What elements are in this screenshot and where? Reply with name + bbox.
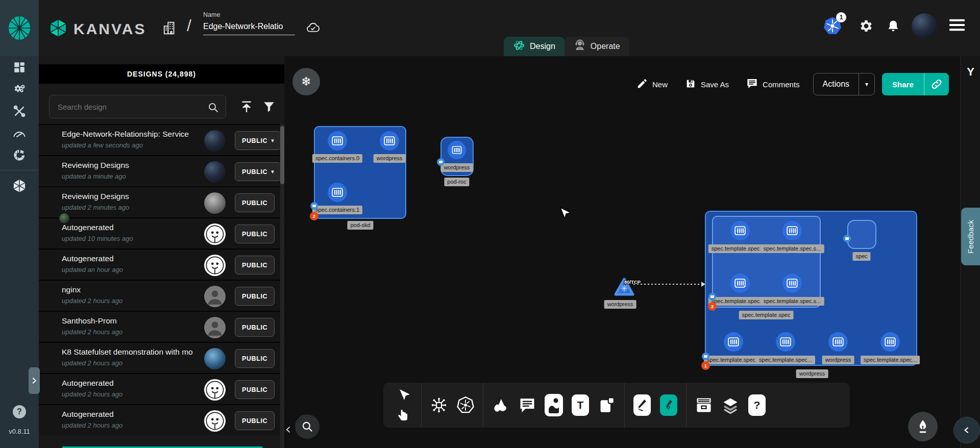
collapse-right-panel-button[interactable] <box>953 417 980 443</box>
design-list-item[interactable]: Autogenerated updated 10 minutes ago PUB… <box>39 217 280 248</box>
container-node[interactable] <box>782 273 802 293</box>
container-node[interactable] <box>776 332 795 352</box>
comments-button[interactable]: Comments <box>746 78 800 91</box>
meshery-logo[interactable] <box>0 0 39 56</box>
notifications-bell-icon[interactable] <box>886 19 900 33</box>
visibility-badge[interactable]: PUBLIC <box>235 287 275 306</box>
visibility-dropdown[interactable]: PUBLIC▾ <box>235 162 280 181</box>
container-node[interactable] <box>724 332 743 352</box>
kanvas-brand[interactable]: KANVAS <box>49 18 146 40</box>
container-node[interactable] <box>380 131 399 151</box>
design-list-item[interactable]: Autogenerated updated an hour ago PUBLIC <box>39 248 280 280</box>
sidebar-item-extensions[interactable] <box>0 144 39 166</box>
container-node[interactable] <box>328 131 347 151</box>
kubernetes-components-tool[interactable] <box>452 389 479 421</box>
sidebar-item-lifecycle[interactable] <box>0 78 39 100</box>
design-canvas[interactable]: ❄ New Save As Comments <box>284 56 960 448</box>
freeze-layout-button[interactable]: ❄ <box>292 68 320 95</box>
draw-freehand-tool-active[interactable] <box>655 389 682 421</box>
sidebar-item-configuration[interactable] <box>0 100 39 122</box>
media-tool[interactable] <box>541 389 567 421</box>
issue-count-badge[interactable]: 1 <box>701 361 710 370</box>
issue-count-badge[interactable]: 3 <box>708 302 717 311</box>
visibility-badge[interactable]: PUBLIC <box>235 349 275 368</box>
sidebar-item-dashboard[interactable] <box>0 56 39 78</box>
comment-tool[interactable] <box>514 389 541 421</box>
sidebar-item-kanvas[interactable] <box>0 175 39 196</box>
text-tool[interactable]: T <box>567 389 594 421</box>
tab-design[interactable]: Design <box>504 37 565 56</box>
pod-kind-badge[interactable] <box>843 235 851 242</box>
saved-palettes-tool[interactable] <box>691 389 717 421</box>
filter-funnel-icon[interactable] <box>262 100 276 115</box>
visibility-badge[interactable]: PUBLIC <box>235 318 275 337</box>
help-button[interactable]: ? <box>13 405 26 418</box>
pod-kind-badge[interactable] <box>702 353 709 360</box>
zoom-search-button[interactable] <box>295 414 320 439</box>
container-node[interactable] <box>730 221 750 240</box>
design-list-item[interactable]: Autogenerated updated 2 hours ago PUBLIC <box>39 404 280 435</box>
user-avatar[interactable] <box>912 13 937 39</box>
designs-search-row <box>39 92 284 118</box>
visibility-badge[interactable]: PUBLIC <box>235 411 275 430</box>
layers-tool[interactable] <box>717 389 744 421</box>
whiteboard-pen-button[interactable] <box>908 412 938 441</box>
visibility-badge[interactable]: PUBLIC <box>235 380 275 399</box>
settings-gear-icon[interactable] <box>859 18 874 34</box>
design-list-item[interactable]: Autogenerated updated 2 hours ago PUBLIC <box>39 373 280 404</box>
design-list-item[interactable]: Edge-Network-Relationship: Service updat… <box>39 124 280 155</box>
pod-kind-badge[interactable] <box>310 202 318 210</box>
design-list-item[interactable]: Reviewing Designs updated 2 minutes ago … <box>39 186 280 217</box>
design-tab-label: Design <box>530 42 555 51</box>
container-node[interactable] <box>782 221 802 240</box>
save-as-button[interactable]: Save As <box>685 78 729 91</box>
design-list-item[interactable]: K8 Statefulset demonstration with mo upd… <box>39 342 280 373</box>
edge-service-to-deployment[interactable] <box>633 284 702 285</box>
menu-hamburger-icon[interactable] <box>949 18 965 34</box>
container-node[interactable] <box>828 332 848 352</box>
flows-branch-icon[interactable]: Y <box>961 65 980 79</box>
design-search-input[interactable] <box>50 95 226 118</box>
design-list-item[interactable]: Santhosh-Prom updated 2 hours ago PUBLIC <box>39 311 280 342</box>
visibility-dropdown[interactable]: PUBLIC▾ <box>235 131 280 150</box>
copy-link-icon[interactable] <box>924 73 949 95</box>
node-group-spec-template[interactable] <box>712 216 821 308</box>
sidebar-item-performance[interactable] <box>0 122 39 144</box>
container-node[interactable] <box>880 332 900 352</box>
pan-hand-tool[interactable] <box>395 406 412 424</box>
panel-collapse-chevron[interactable] <box>284 425 292 437</box>
new-design-button[interactable]: New <box>636 78 668 91</box>
container-node[interactable] <box>448 141 466 159</box>
visibility-badge[interactable]: PUBLIC <box>235 225 275 243</box>
meshery-components-tool[interactable] <box>426 389 452 421</box>
note-tool[interactable] <box>594 389 620 421</box>
design-name-input[interactable] <box>203 20 295 35</box>
organization-icon[interactable] <box>162 20 178 38</box>
pod-kind-badge[interactable] <box>708 293 716 301</box>
feedback-tab[interactable]: Feedback <box>961 208 980 265</box>
actions-caret-icon[interactable]: ▾ <box>859 73 874 95</box>
import-design-icon[interactable] <box>240 100 253 115</box>
annotate-pen-tool[interactable] <box>629 389 655 421</box>
issue-count-badge[interactable]: 2 <box>310 212 318 220</box>
help-tool[interactable]: ? <box>744 389 770 421</box>
design-list-item[interactable]: Reviewing Designs updated a minute ago P… <box>39 155 280 186</box>
share-split-button[interactable]: Share <box>882 73 949 95</box>
node-spec[interactable] <box>847 220 876 249</box>
shapes-tool[interactable] <box>487 389 514 421</box>
pod-kind-badge[interactable] <box>437 158 445 166</box>
sidebar-expand-button[interactable] <box>29 367 40 394</box>
visibility-badge[interactable]: PUBLIC <box>235 256 275 275</box>
tab-operate[interactable]: Operate <box>565 37 629 56</box>
designs-scrollbar-thumb[interactable] <box>280 126 284 184</box>
visibility-badge[interactable]: PUBLIC <box>235 193 275 212</box>
actions-split-button[interactable]: Actions ▾ <box>813 73 875 95</box>
feedback-label: Feedback <box>966 220 975 254</box>
design-list-item[interactable]: nginx updated 2 hours ago PUBLIC <box>39 280 280 311</box>
container-node[interactable] <box>328 183 347 202</box>
kubernetes-context-switcher[interactable]: 1 <box>823 16 842 36</box>
container-node[interactable] <box>730 273 750 293</box>
node-label: wordpress <box>374 154 406 163</box>
design-owner-avatar <box>204 161 226 183</box>
select-tool[interactable] <box>395 387 412 404</box>
